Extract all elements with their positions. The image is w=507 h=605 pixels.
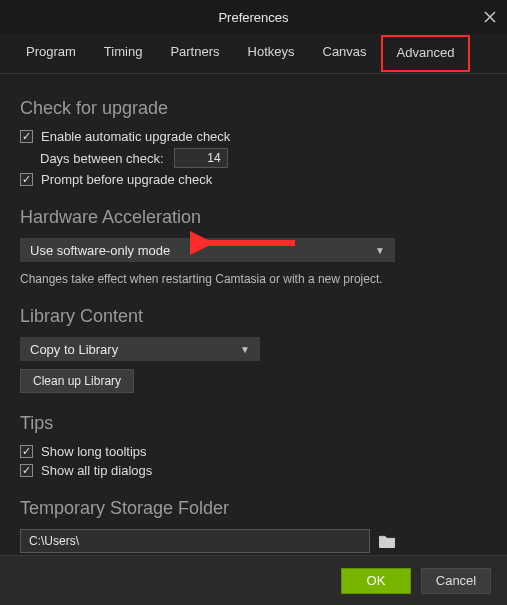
- tab-timing[interactable]: Timing: [90, 34, 157, 73]
- cleanup-library-button[interactable]: Clean up Library: [20, 369, 134, 393]
- all-tip-dialogs-label: Show all tip dialogs: [41, 463, 152, 478]
- hwaccel-dropdown[interactable]: Use software-only mode ▼: [20, 238, 395, 262]
- long-tooltips-checkbox[interactable]: ✓: [20, 445, 33, 458]
- section-library: Library Content Copy to Library ▼ Clean …: [20, 306, 487, 393]
- days-between-label: Days between check:: [40, 151, 164, 166]
- library-dropdown-value: Copy to Library: [30, 342, 118, 357]
- ok-button[interactable]: OK: [341, 568, 411, 594]
- section-hwaccel: Hardware Acceleration Use software-only …: [20, 207, 487, 286]
- tab-hotkeys[interactable]: Hotkeys: [234, 34, 309, 73]
- chevron-down-icon: ▼: [375, 245, 385, 256]
- temp-heading: Temporary Storage Folder: [20, 498, 487, 519]
- titlebar: Preferences: [0, 0, 507, 34]
- tab-partners[interactable]: Partners: [156, 34, 233, 73]
- section-upgrade: Check for upgrade ✓ Enable automatic upg…: [20, 98, 487, 187]
- close-icon[interactable]: [481, 8, 499, 26]
- long-tooltips-label: Show long tooltips: [41, 444, 147, 459]
- section-tips: Tips ✓ Show long tooltips ✓ Show all tip…: [20, 413, 487, 478]
- tab-program[interactable]: Program: [12, 34, 90, 73]
- library-dropdown[interactable]: Copy to Library ▼: [20, 337, 260, 361]
- section-temp: Temporary Storage Folder: [20, 498, 487, 553]
- window-title: Preferences: [218, 10, 288, 25]
- hwaccel-dropdown-value: Use software-only mode: [30, 243, 170, 258]
- enable-upgrade-label: Enable automatic upgrade check: [41, 129, 230, 144]
- tab-advanced[interactable]: Advanced: [381, 35, 471, 72]
- hwaccel-note: Changes take effect when restarting Camt…: [20, 272, 487, 286]
- hwaccel-heading: Hardware Acceleration: [20, 207, 487, 228]
- prompt-before-checkbox[interactable]: ✓: [20, 173, 33, 186]
- tab-canvas[interactable]: Canvas: [309, 34, 381, 73]
- content-area: Check for upgrade ✓ Enable automatic upg…: [0, 74, 507, 571]
- chevron-down-icon: ▼: [240, 344, 250, 355]
- library-heading: Library Content: [20, 306, 487, 327]
- days-between-input[interactable]: [174, 148, 228, 168]
- folder-icon[interactable]: [378, 533, 396, 549]
- temp-path-input[interactable]: [20, 529, 370, 553]
- footer: OK Cancel: [0, 555, 507, 605]
- upgrade-heading: Check for upgrade: [20, 98, 487, 119]
- tips-heading: Tips: [20, 413, 487, 434]
- prompt-before-label: Prompt before upgrade check: [41, 172, 212, 187]
- tab-bar: Program Timing Partners Hotkeys Canvas A…: [0, 34, 507, 74]
- cancel-button[interactable]: Cancel: [421, 568, 491, 594]
- all-tip-dialogs-checkbox[interactable]: ✓: [20, 464, 33, 477]
- enable-upgrade-checkbox[interactable]: ✓: [20, 130, 33, 143]
